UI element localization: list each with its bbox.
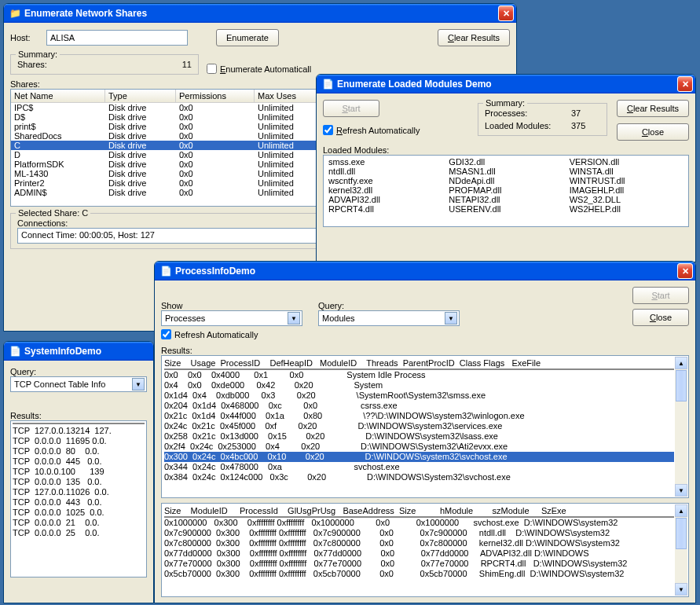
list-item[interactable]: 0x300 0x24c 0x4bc000 0x10 0x20 D:\WINDOW… [164,452,674,462]
list-item[interactable]: 0x1000000 0x300 0xffffffff 0xffffffff 0x… [164,518,674,528]
chevron-down-icon[interactable]: ▼ [288,312,300,324]
col-type[interactable]: Type [105,90,176,102]
process-list[interactable]: Size Usage ProcessID DefHeapID ModuleID … [161,355,689,498]
list-item[interactable]: TCP 127.0.0.11026 0.0. [13,487,145,497]
module-cell: smss.exe [325,157,445,167]
cell-type: Disk drive [105,103,176,112]
list-item[interactable]: 0x0 0x0 0x4000 0x1 0x0 System Idle Proce… [164,370,674,380]
list-item[interactable]: TCP 0.0.0.0 11695 0.0. [13,436,145,446]
cell-perm: 0x0 [176,178,255,188]
module-list[interactable]: Size ModuleID ProcessId GlUsgPrUsg BaseA… [161,503,689,597]
scroll-up-icon[interactable]: ▲ [675,357,687,369]
titlebar[interactable]: 📄 Enumerate Loaded Modules Demo ✕ [317,75,695,94]
list-item[interactable]: 0x5cb70000 0x300 0xffffffff 0xffffffff 0… [164,569,674,579]
start-button[interactable]: Start [323,100,379,117]
host-input[interactable] [46,30,188,46]
query-dropdown[interactable]: Modules ▼ [318,310,460,326]
cell-perm: 0x0 [176,141,255,150]
show-dropdown[interactable]: Processes ▼ [161,310,302,326]
list-item[interactable]: 0x7c800000 0x300 0xffffffff 0xffffffff 0… [164,538,674,548]
close-icon[interactable]: ✕ [677,263,693,279]
chevron-down-icon[interactable]: ▼ [132,378,145,390]
list-item[interactable]: smss.exeGDI32.dllVERSION.dll [325,157,687,167]
query-dropdown[interactable]: TCP Connect Table Info ▼ [10,376,147,392]
list-item[interactable]: TCP 0.0.0.0 1025 0.0. [13,508,145,518]
list-item[interactable]: TCP 127.0.0.13214 127. [13,426,145,436]
results-label: Results: [10,411,147,420]
checkbox-input[interactable] [161,329,171,339]
list-item[interactable]: TCP 10.0.0.100 139 [13,467,145,477]
summary-legend: Summary: [16,50,60,59]
scroll-thumb[interactable] [676,370,687,402]
scroll-down-icon[interactable]: ▼ [675,484,687,497]
close-icon[interactable]: ✕ [677,76,693,92]
titlebar[interactable]: 📄 SystemInfoDemo [4,342,153,361]
list-item[interactable]: TCP 0.0.0.0 443 0.0. [13,497,145,508]
list-item[interactable]: 0x1d4 0x4 0xdb000 0x3 0x20 \SystemRoot\S… [164,390,674,401]
list-item[interactable]: 0x258 0x21c 0x13d000 0x15 0x20 D:\WINDOW… [164,431,674,442]
col-permissions[interactable]: Permissions [176,90,255,102]
list-item[interactable]: RPCRT4.dllUSERENV.dllWS2HELP.dll [325,204,687,214]
list-item[interactable]: TCP 0.0.0.0 445 0.0. [13,456,145,467]
list-item[interactable]: 0x24c 0x21c 0x45f000 0xf 0x20 D:\WINDOWS… [164,421,674,431]
list-item[interactable]: 0x204 0x1d4 0x468000 0xc 0x0 csrss.exe [164,401,674,411]
scrollbar[interactable]: ▲ ▼ [675,504,687,596]
list-item[interactable]: 0x77e70000 0x300 0xffffffff 0xffffffff 0… [164,559,674,569]
clear-results-label: Clear Results [627,104,679,113]
list-item[interactable]: TCP 0.0.0.0 21 0.0. [13,518,145,528]
app-icon: 📄 [159,265,172,277]
clear-results-label: Clear Results [448,33,500,42]
cell-netname: Printer2 [11,178,105,188]
cell-netname: ADMIN$ [11,188,105,197]
cell-netname: C [11,141,105,150]
scrollbar[interactable]: ▲ ▼ [675,357,687,497]
processinfo-window: 📄 ProcessInfoDemo ✕ Show Processes ▼ Que… [154,261,696,603]
refresh-auto-checkbox[interactable]: Refresh Automatically [161,329,258,339]
titlebar[interactable]: 📁 Enumerate Network Shares ✕ [4,4,516,23]
list-item[interactable]: 0x21c 0x1d4 0x44f000 0x1a 0x80 \??\D:\WI… [164,411,674,421]
list-item[interactable]: ntdll.dllMSASN1.dllWINSTA.dll [325,167,687,176]
close-label: Close [650,313,672,322]
clear-results-button[interactable]: Clear Results [617,100,689,117]
start-label: Start [342,104,360,113]
list-item[interactable]: TCP 0.0.0.0 25 0.0. [13,528,145,538]
list-item[interactable]: 0x7c900000 0x300 0xffffffff 0xffffffff 0… [164,528,674,538]
list-item[interactable]: wscntfy.exeNDdeApi.dllWINTRUST.dll [325,176,687,185]
start-button[interactable]: Start [632,287,689,304]
close-icon[interactable]: ✕ [498,6,514,21]
col-netname[interactable]: Net Name [11,90,105,102]
loaded-modules-list[interactable]: smss.exeGDI32.dllVERSION.dllntdll.dllMSA… [323,155,689,227]
list-item[interactable]: 0x2f4 0x24c 0x253000 0x4 0x20 D:\WINDOWS… [164,442,674,452]
start-label: Start [651,291,669,300]
cell-type: Disk drive [105,150,176,160]
cell-netname: IPC$ [11,103,105,112]
list-item[interactable]: kernel32.dllPROFMAP.dllIMAGEHLP.dll [325,185,687,195]
close-button[interactable]: Close [617,123,689,141]
module-cell: wscntfy.exe [325,176,445,185]
chevron-down-icon[interactable]: ▼ [445,312,457,324]
list-item[interactable]: TCP 0.0.0.0 135 0.0. [13,477,145,487]
scroll-thumb[interactable] [676,518,687,549]
list-item[interactable]: TCP 0.0.0.0 80 0.0. [13,446,145,456]
titlebar[interactable]: 📄 ProcessInfoDemo ✕ [155,262,695,280]
clear-results-button[interactable]: Clear Results [438,29,510,46]
scroll-down-icon[interactable]: ▼ [675,583,687,596]
results-list[interactable]: TCP 127.0.0.13214 127.TCP 0.0.0.0 11695 … [10,420,147,578]
list-item[interactable]: 0x4 0x0 0xde000 0x42 0x20 System [164,380,674,390]
scroll-up-icon[interactable]: ▲ [675,504,687,517]
loaded-modules-window: 📄 Enumerate Loaded Modules Demo ✕ Start … [316,74,696,262]
cell-type: Disk drive [105,169,176,178]
systeminfo-window: 📄 SystemInfoDemo Query: TCP Connect Tabl… [3,341,154,603]
enumerate-button[interactable]: Enumerate [216,29,279,46]
enumerate-auto-checkbox[interactable]: Enumerate Automaticall [207,64,311,74]
list-item[interactable]: 0x77dd0000 0x300 0xffffffff 0xffffffff 0… [164,548,674,559]
checkbox-input[interactable] [323,125,333,135]
close-button[interactable]: Close [632,309,689,326]
checkbox-input[interactable] [207,64,217,74]
list-item[interactable]: ADVAPI32.dllNETAPI32.dllWS2_32.DLL [325,195,687,204]
selected-share-legend: Selected Share: C [16,208,90,218]
refresh-auto-checkbox[interactable]: Refresh Automatically [323,125,420,135]
list-item[interactable]: 0x384 0x24c 0x124c000 0x3c 0x20 D:\WINDO… [164,472,674,482]
module-cell: ADVAPI32.dll [325,195,445,204]
list-item[interactable]: 0x344 0x24c 0x478000 0xa svchost.exe [164,462,674,472]
